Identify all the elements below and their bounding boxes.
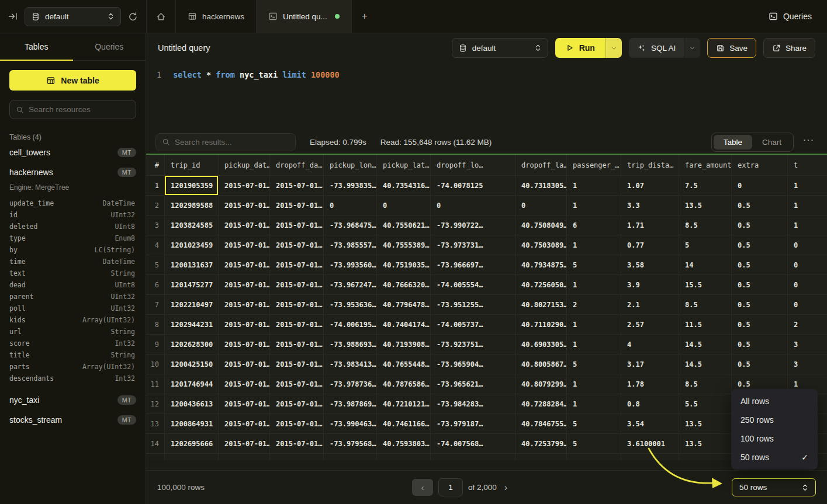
table-cell[interactable]: 1 [567, 335, 621, 354]
table-cell[interactable]: 5 [679, 235, 732, 255]
table-cell[interactable]: 1.07 [621, 176, 679, 195]
column-header-pickup_dat[interactable]: pickup_dat… [219, 155, 270, 175]
table-cell[interactable]: 1 [567, 176, 621, 195]
table-cell[interactable]: 2015-07-01… [270, 335, 324, 354]
table-cell[interactable]: 0 [324, 196, 377, 215]
column-header-trip_dista[interactable]: trip_dista… [621, 155, 679, 175]
sql-ai-options-button[interactable] [684, 38, 700, 58]
table-cell[interactable]: 2015-07-01… [270, 374, 324, 394]
table-cell[interactable]: 11.5 [679, 315, 732, 334]
table-cell[interactable]: 1200425150 [165, 354, 219, 374]
table-cell[interactable]: 0.77 [621, 235, 679, 255]
table-cell[interactable]: -73.985557… [324, 235, 377, 255]
table-cell[interactable]: 3.6100001 [621, 434, 679, 453]
table-cell[interactable]: 40.7404174… [377, 315, 431, 334]
table-cell[interactable]: 40.7796478… [377, 295, 431, 314]
table-cell[interactable]: 2 [788, 315, 827, 334]
table-cell[interactable]: 40.7318305… [515, 176, 567, 195]
table-cell[interactable]: 2015-07-01… [219, 255, 270, 274]
table-cell[interactable]: -73.965904… [431, 354, 515, 374]
column-header-trip_id[interactable]: trip_id [165, 155, 219, 175]
table-cell[interactable]: 1202628300 [165, 335, 219, 354]
sql-editor[interactable]: 1 select * from nyc_taxi limit 100000 [146, 62, 827, 130]
new-table-button[interactable]: New table [9, 70, 136, 91]
table-cell[interactable]: -73.953636… [324, 295, 377, 314]
table-cell[interactable]: 1 [567, 394, 621, 413]
table-cell[interactable]: 2015-07-01… [219, 315, 270, 334]
table-cell[interactable]: 40.8079299… [515, 374, 567, 394]
table-cell[interactable]: 0.5 [732, 335, 788, 354]
collapse-sidebar-button[interactable] [8, 12, 18, 21]
table-cell[interactable]: 1201475277 [165, 275, 219, 294]
table-cell[interactable]: 4 [621, 335, 679, 354]
table-cell[interactable]: 1201746944 [165, 374, 219, 394]
schema-column-row[interactable]: timeDateTime [9, 256, 135, 267]
table-cell[interactable]: 1 [788, 215, 827, 235]
table-cell[interactable]: 2.57 [621, 315, 679, 334]
refresh-button[interactable] [128, 12, 138, 22]
table-cell[interactable]: 40.7210121… [377, 394, 431, 413]
table-cell[interactable]: 1202944231 [165, 315, 219, 334]
sidebar-tab-tables[interactable]: Tables [0, 33, 73, 60]
schema-column-row[interactable]: kidsArray(UInt32) [9, 314, 135, 326]
schema-column-row[interactable]: parentUInt32 [9, 291, 135, 303]
table-cell[interactable]: 0.5 [732, 255, 788, 274]
table-cell[interactable]: 40.7256050… [515, 275, 567, 294]
share-button[interactable]: Share [763, 38, 815, 58]
table-cell[interactable]: 2.1 [621, 295, 679, 314]
table-cell[interactable]: 2015-07-01… [270, 235, 324, 255]
prev-page-button[interactable]: ‹ [412, 479, 433, 496]
table-cell[interactable]: 0.5 [732, 295, 788, 314]
table-cell[interactable]: -74.006195… [324, 315, 377, 334]
table-cell[interactable]: 8.5 [679, 215, 732, 235]
table-cell[interactable]: 15.5 [679, 275, 732, 294]
table-cell[interactable]: 0 [377, 196, 431, 215]
table-cell[interactable]: 40.7503089… [515, 235, 567, 255]
column-header-passenger_[interactable]: passenger_… [567, 155, 621, 175]
table-cell[interactable]: 1 [788, 196, 827, 215]
table-cell[interactable]: -73.988693… [324, 335, 377, 354]
table-cell[interactable]: 40.7354316… [377, 176, 431, 195]
column-header-extra[interactable]: extra [732, 155, 788, 175]
table-cell[interactable]: 40.7461166… [377, 414, 431, 433]
table-cell[interactable]: 1201905359 [165, 176, 219, 195]
column-header-dropoff_la[interactable]: dropoff_la… [515, 155, 567, 175]
table-cell[interactable]: 40.7253799… [515, 434, 567, 453]
table-cell[interactable]: 2015-07-01… [219, 354, 270, 374]
table-cell[interactable]: 13.5 [679, 434, 732, 453]
table-cell[interactable]: 5 [567, 434, 621, 453]
table-cell[interactable]: 14.5 [679, 354, 732, 374]
view-toggle-chart[interactable]: Chart [752, 135, 791, 150]
table-cell[interactable]: 40.8027153… [515, 295, 567, 314]
sql-ai-button[interactable]: SQL AI [629, 38, 684, 58]
sidebar-table-stocks-stream[interactable]: stocks_stream MT [0, 410, 146, 430]
tab-home[interactable] [147, 0, 176, 33]
table-cell[interactable]: -73.967247… [324, 275, 377, 294]
table-cell[interactable]: 2015-07-01… [219, 295, 270, 314]
schema-column-row[interactable]: deletedUInt8 [9, 221, 135, 232]
table-cell[interactable]: -73.984283… [431, 394, 515, 413]
view-toggle-table[interactable]: Table [714, 135, 752, 150]
table-cell[interactable]: 2015-07-01… [219, 275, 270, 294]
table-cell[interactable]: -73.979568… [324, 434, 377, 453]
table-cell[interactable]: 1200436613 [165, 394, 219, 413]
table-cell[interactable]: 2015-07-01… [270, 275, 324, 294]
menu-item-all-rows[interactable]: All rows [731, 392, 818, 411]
table-cell[interactable]: 2 [567, 295, 621, 314]
table-cell[interactable]: 40.6903305… [515, 335, 567, 354]
table-cell[interactable]: -73.951255… [431, 295, 515, 314]
table-cell[interactable]: 2015-07-01… [270, 354, 324, 374]
table-cell[interactable]: 2015-07-01… [270, 295, 324, 314]
schema-column-row[interactable]: scoreInt32 [9, 338, 135, 349]
table-cell[interactable]: -73.965621… [431, 374, 515, 394]
table-cell[interactable]: 40.7550621… [377, 215, 431, 235]
table-cell[interactable]: 1 [567, 374, 621, 394]
table-cell[interactable]: -73.987869… [324, 394, 377, 413]
column-header-dropoff_da[interactable]: dropoff_da… [270, 155, 324, 175]
sidebar-tab-queries[interactable]: Queries [73, 33, 146, 60]
table-cell[interactable]: 0.5 [732, 215, 788, 235]
table-cell[interactable]: 13.5 [679, 196, 732, 215]
table-cell[interactable]: 0 [788, 255, 827, 274]
table-cell[interactable]: 2015-07-01… [270, 434, 324, 453]
column-header-rownum[interactable]: # [146, 155, 165, 175]
